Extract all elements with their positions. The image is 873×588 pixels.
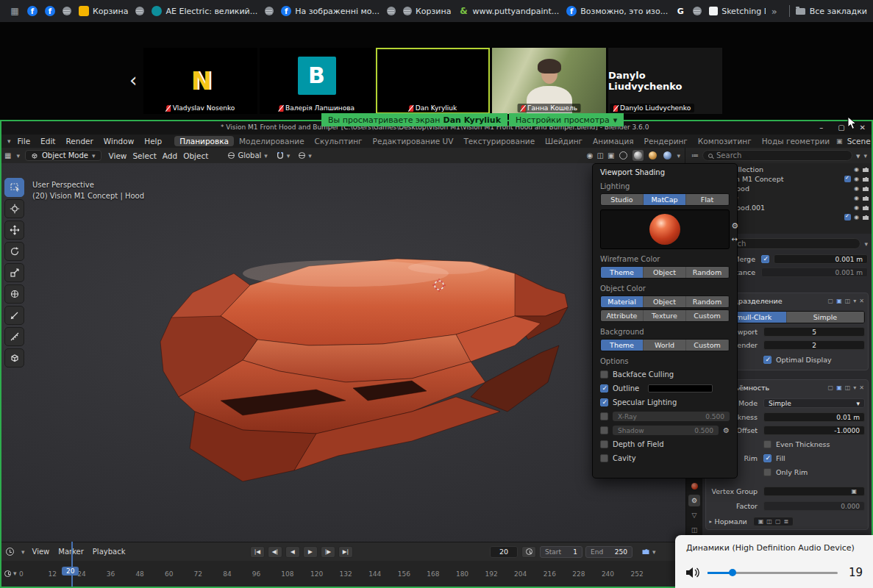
shading-solid-button[interactable] [633,150,644,161]
bookmarks-overflow-chevron-icon[interactable]: » [766,6,783,17]
filter-funnel-icon[interactable] [856,151,860,160]
viewport-menu-item[interactable]: Object [181,151,210,160]
object-color-option[interactable]: Texture [644,310,686,321]
participant-tile[interactable]: B Валерія Лапшинова [260,48,374,114]
outline-checkbox[interactable]: Outline [600,384,730,393]
edit-mode-toggle-icon[interactable]: ▢ [828,384,834,391]
selectable-checkbox-icon[interactable] [844,214,851,220]
cursor-tool[interactable] [4,199,24,218]
viewport-menu-item[interactable]: Add [160,151,179,160]
volume-slider-knob[interactable] [729,569,736,576]
workspace-tab[interactable]: Планировка [174,136,234,146]
optimal-display-checkbox-icon[interactable] [763,356,772,364]
shadow-slider[interactable]: Shadow0.500 [613,426,719,435]
workspace-tab[interactable]: Композитинг [693,136,757,146]
editor-type-icon[interactable]: ▦ [4,151,11,159]
object-data-tab[interactable]: ▽ [688,509,700,521]
realtime-toggle-icon[interactable]: ▣ [836,384,842,391]
delete-modifier-icon[interactable] [859,384,864,391]
bookmark-item[interactable] [24,4,41,18]
measure-tool[interactable] [4,327,24,346]
background-option[interactable]: Custom [686,340,729,351]
normals-tool-icons[interactable]: ▣◫▢≣ [753,517,794,526]
shading-dropdown-chevron-icon[interactable] [677,152,680,159]
timeline-editor-icon[interactable] [6,548,14,556]
matcap-preview[interactable] [600,209,730,249]
bookmark-item[interactable]: Корзина [75,4,132,18]
bookmark-item[interactable] [59,4,75,18]
show-overlays-icon[interactable]: ◫ [597,151,604,159]
delete-modifier-icon[interactable] [859,298,864,304]
frame-end-field[interactable]: End250 [585,546,633,558]
select-box-tool[interactable] [4,178,24,197]
wireframe-option[interactable]: Object [644,267,686,278]
timeline-menu-item[interactable]: View [32,548,50,556]
topbar-menu-item[interactable]: Window [99,136,139,146]
frame-start-field[interactable]: Start1 [540,546,582,558]
show-gizmo-icon[interactable]: ◉ [587,151,594,159]
maximize-button-icon[interactable] [838,123,844,132]
physics-tab[interactable]: ◫ [688,524,700,536]
shading-wireframe-button[interactable] [618,150,629,161]
realtime-toggle-icon[interactable]: ▣ [836,298,842,304]
outliner-editor-icon[interactable]: ≔ [691,151,699,159]
distance-value-field[interactable]: 0.001 m [761,268,868,277]
selectable-checkbox-icon[interactable] [844,176,851,182]
merge-checkbox-icon[interactable] [761,255,769,263]
workspace-tab[interactable]: Редактирование UV [368,136,459,146]
gear-icon[interactable] [723,426,730,434]
bookmark-item[interactable]: На зображенні мо... [277,4,383,18]
render-toggle-icon[interactable]: ◫ [845,298,851,304]
close-button-icon[interactable] [860,123,866,132]
lighting-option[interactable]: Flat [686,194,729,205]
transport-button[interactable]: ◀ [285,546,300,558]
snap-toggle[interactable] [274,151,293,160]
camera-render-icon[interactable] [862,186,869,192]
topbar-menu-item[interactable]: Edit [35,136,60,146]
modifiers-tab[interactable]: ⚙ [688,495,700,506]
topbar-menu-item[interactable]: Render [60,136,98,146]
thickness-field[interactable]: 0.01 m [763,412,865,422]
workspace-tab[interactable]: Анимация [588,136,639,146]
normals-subpanel-row[interactable]: Нормали ▣◫▢≣ [709,516,865,527]
bookmark-item[interactable]: Корзина [399,4,455,18]
participant-tile[interactable]: Danylo Liudvychenko Danylo Liudvychenko [608,48,722,114]
bookmark-item[interactable] [132,4,148,18]
even-thickness-checkbox-icon[interactable] [763,440,772,448]
xray-checkbox-icon[interactable] [600,412,608,420]
render-toggle-icon[interactable]: ◫ [845,384,851,391]
chevron-down-icon[interactable] [853,384,856,391]
workspace-tab[interactable]: Рендеринг [639,136,693,146]
cavity-checkbox[interactable]: Cavity [600,453,730,463]
keying-set-chip[interactable] [641,548,656,556]
wireframe-option[interactable]: Random [686,267,729,278]
offset-field[interactable]: -1.0000 [763,426,865,435]
participant-tile[interactable]: N Vladyslav Nosenko [143,48,257,114]
object-color-option[interactable]: Random [686,296,729,307]
transform-tool[interactable] [4,284,24,304]
camera-render-icon[interactable] [862,167,869,173]
car-hood-model[interactable] [0,163,685,542]
object-color-option[interactable]: Attribute [601,310,644,321]
bookmark-item[interactable]: www.puttyandpaint... [455,4,563,18]
topbar-menu-item[interactable]: File [13,136,36,146]
orientation-selector[interactable]: Global [226,151,269,160]
outliner-search-input[interactable]: Search [702,150,852,161]
object-color-option[interactable]: Object [644,296,686,307]
bookmark-item[interactable]: AE Electric: великий... [148,4,261,18]
camera-render-icon[interactable] [862,205,869,211]
render-levels-field[interactable]: 2 [763,340,865,350]
backface-culling-checkbox[interactable]: Backface Culling [600,370,730,379]
bookmark-item[interactable]: Sketching Drawing... [705,4,766,18]
minimize-button-icon[interactable] [819,123,823,132]
workspace-tab[interactable]: Скульптинг [310,136,368,146]
object-color-option[interactable]: Material [601,296,644,307]
shading-material-button[interactable] [647,150,658,161]
background-option[interactable]: Theme [601,340,644,351]
transport-button[interactable]: ◀| [268,546,282,558]
3d-viewport[interactable]: User Perspective (20) Vision M1 Concept … [0,163,685,542]
eye-visibility-icon[interactable] [854,185,859,192]
eye-visibility-icon[interactable] [854,204,859,211]
move-tool[interactable] [4,220,24,240]
bookmark-item[interactable] [41,4,59,18]
